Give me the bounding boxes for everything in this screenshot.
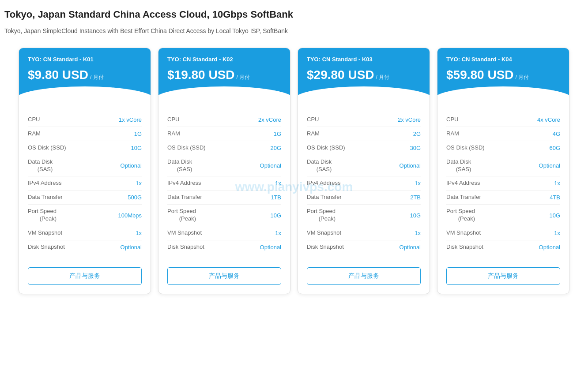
- spec-label: RAM: [307, 130, 320, 138]
- spec-row: CPU4x vCore: [446, 113, 560, 127]
- spec-label: VM Snapshot: [446, 229, 481, 237]
- spec-row: Data Disk (SAS)Optional: [307, 155, 421, 177]
- spec-row: RAM1G: [28, 127, 142, 141]
- spec-row: CPU1x vCore: [28, 113, 142, 127]
- spec-value: Optional: [539, 162, 560, 169]
- spec-row: Disk SnapshotOptional: [167, 240, 281, 254]
- spec-row: Data Transfer500G: [28, 191, 142, 205]
- spec-value: 1x: [275, 180, 281, 187]
- service-button-k04[interactable]: 产品与服务: [446, 267, 560, 285]
- page-subtitle: Tokyo, Japan SimpleCloud Instances with …: [4, 27, 584, 34]
- price-k04: $59.80 USD: [446, 68, 514, 82]
- card-footer-k04: 产品与服务: [437, 261, 569, 294]
- plan-name-k01: TYO: CN Standard - K01: [28, 56, 142, 63]
- price-row-k01: $9.80 USD/ 月付: [28, 68, 142, 82]
- spec-value: Optional: [539, 244, 560, 251]
- card-header-k03: TYO: CN Standard - K03$29.80 USD/ 月付: [298, 48, 430, 104]
- spec-row: IPv4 Address1x: [446, 176, 560, 191]
- spec-value: Optional: [400, 162, 421, 169]
- spec-row: CPU2x vCore: [307, 113, 421, 127]
- spec-row: Disk SnapshotOptional: [446, 240, 560, 254]
- spec-label: OS Disk (SSD): [446, 144, 485, 152]
- spec-value: 10G: [549, 212, 560, 219]
- spec-label: Disk Snapshot: [446, 243, 483, 251]
- spec-label: VM Snapshot: [28, 229, 62, 237]
- spec-value: 1x: [136, 230, 142, 236]
- spec-label: Data Disk (SAS): [446, 158, 471, 173]
- spec-value: 30G: [410, 145, 421, 151]
- card-body-k02: CPU2x vCoreRAM1GOS Disk (SSD)20GData Dis…: [158, 104, 290, 261]
- card-body-k01: CPU1x vCoreRAM1GOS Disk (SSD)10GData Dis…: [19, 104, 151, 261]
- spec-value: 1G: [274, 131, 281, 137]
- card-body-k03: CPU2x vCoreRAM2GOS Disk (SSD)30GData Dis…: [298, 104, 430, 261]
- spec-label: RAM: [28, 130, 41, 138]
- spec-row: VM Snapshot1x: [167, 226, 281, 240]
- spec-value: 60G: [549, 145, 560, 151]
- spec-label: Data Transfer: [28, 194, 63, 201]
- spec-row: Port Speed (Peak)10G: [167, 205, 281, 226]
- card-body-k04: CPU4x vCoreRAM4GOS Disk (SSD)60GData Dis…: [437, 104, 569, 261]
- card-footer-k03: 产品与服务: [298, 261, 430, 294]
- spec-row: RAM1G: [167, 127, 281, 141]
- spec-label: IPv4 Address: [28, 180, 62, 187]
- price-k03: $29.80 USD: [307, 68, 374, 82]
- spec-value: Optional: [400, 244, 421, 251]
- spec-value: 10G: [270, 212, 281, 219]
- card-header-k02: TYO: CN Standard - K02$19.80 USD/ 月付: [158, 48, 290, 104]
- spec-value: 2x vCore: [258, 116, 281, 123]
- price-row-k02: $19.80 USD/ 月付: [167, 68, 281, 82]
- spec-row: Port Speed (Peak)100Mbps: [28, 205, 142, 226]
- spec-value: Optional: [260, 244, 281, 251]
- spec-value: 10G: [410, 212, 421, 219]
- period-k02: / 月付: [237, 74, 250, 81]
- spec-row: IPv4 Address1x: [28, 176, 142, 191]
- spec-label: Data Disk (SAS): [307, 158, 332, 173]
- spec-label: Port Speed (Peak): [167, 208, 196, 223]
- spec-label: Data Transfer: [446, 194, 481, 201]
- spec-label: CPU: [28, 116, 40, 123]
- service-button-k02[interactable]: 产品与服务: [167, 267, 281, 285]
- spec-label: Data Disk (SAS): [167, 158, 192, 173]
- spec-label: RAM: [167, 130, 180, 138]
- spec-row: Disk SnapshotOptional: [307, 240, 421, 254]
- service-button-k03[interactable]: 产品与服务: [307, 267, 421, 285]
- spec-label: IPv4 Address: [167, 180, 201, 187]
- service-button-k01[interactable]: 产品与服务: [28, 267, 142, 285]
- spec-label: Data Disk (SAS): [28, 158, 53, 173]
- spec-label: VM Snapshot: [307, 229, 341, 237]
- spec-row: OS Disk (SSD)20G: [167, 141, 281, 155]
- card-k03: TYO: CN Standard - K03$29.80 USD/ 月付CPU2…: [298, 48, 430, 294]
- spec-value: 10G: [131, 145, 142, 151]
- spec-label: CPU: [167, 116, 179, 123]
- spec-label: Data Transfer: [307, 194, 342, 201]
- spec-label: CPU: [446, 116, 458, 123]
- spec-row: Disk SnapshotOptional: [28, 240, 142, 254]
- spec-value: 2G: [413, 131, 421, 137]
- cards-container: TYO: CN Standard - K01$9.80 USD/ 月付CPU1x…: [4, 48, 584, 294]
- spec-value: Optional: [121, 162, 142, 169]
- spec-value: 4G: [553, 131, 560, 137]
- spec-value: 1x: [415, 180, 421, 187]
- spec-row: Data Transfer4TB: [446, 191, 560, 205]
- spec-value: 500G: [128, 194, 142, 201]
- spec-value: Optional: [260, 162, 281, 169]
- card-k01: TYO: CN Standard - K01$9.80 USD/ 月付CPU1x…: [19, 48, 151, 294]
- spec-row: Data Transfer2TB: [307, 191, 421, 205]
- spec-row: RAM2G: [307, 127, 421, 141]
- spec-label: VM Snapshot: [167, 229, 202, 237]
- spec-label: OS Disk (SSD): [167, 144, 206, 152]
- spec-row: Data Disk (SAS)Optional: [446, 155, 560, 177]
- spec-row: Data Disk (SAS)Optional: [28, 155, 142, 177]
- spec-value: 4TB: [550, 194, 560, 201]
- page-title: Tokyo, Japan Standard China Access Cloud…: [4, 9, 584, 20]
- spec-row: IPv4 Address1x: [167, 176, 281, 191]
- card-header-k04: TYO: CN Standard - K04$59.80 USD/ 月付: [437, 48, 569, 104]
- spec-label: OS Disk (SSD): [28, 144, 66, 152]
- spec-value: Optional: [121, 244, 142, 251]
- spec-label: Port Speed (Peak): [28, 208, 57, 223]
- spec-value: 2x vCore: [398, 116, 421, 123]
- period-k01: / 月付: [90, 74, 104, 81]
- spec-row: VM Snapshot1x: [446, 226, 560, 240]
- spec-label: Disk Snapshot: [28, 243, 65, 251]
- spec-value: 1x: [554, 230, 560, 236]
